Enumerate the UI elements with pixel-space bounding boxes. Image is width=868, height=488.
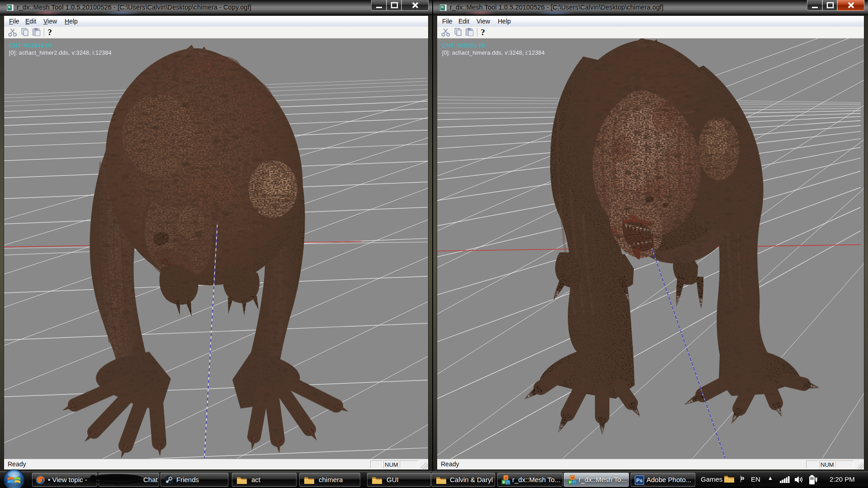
svg-text:F: F (503, 480, 505, 484)
svg-text:?: ? (47, 28, 52, 37)
svg-text:M: M (505, 476, 508, 480)
svg-text:C: C (573, 481, 576, 485)
svg-text:F: F (569, 480, 571, 484)
svg-text:?: ? (481, 28, 485, 37)
svg-text:C: C (507, 481, 509, 485)
svg-text:Ps: Ps (636, 478, 642, 483)
svg-text:M: M (571, 476, 574, 480)
